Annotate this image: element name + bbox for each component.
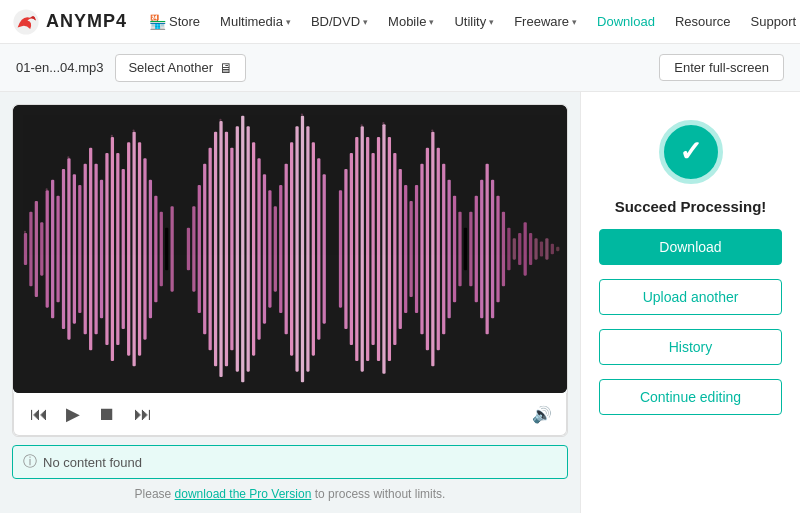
svg-rect-99: [67, 156, 69, 158]
svg-rect-13: [84, 164, 87, 335]
svg-rect-98: [46, 188, 48, 190]
svg-rect-61: [366, 137, 369, 361]
svg-rect-51: [301, 116, 304, 383]
svg-rect-85: [496, 196, 499, 303]
pro-version-link[interactable]: download the Pro Version: [175, 487, 312, 501]
svg-rect-74: [437, 148, 440, 351]
svg-rect-101: [132, 130, 134, 132]
svg-rect-36: [219, 121, 222, 377]
svg-rect-66: [393, 153, 396, 345]
svg-rect-21: [127, 142, 130, 355]
main-content: ⏮ ▶ ⏹ ⏭ 🔊 ⓘ No content found Please down…: [0, 92, 800, 513]
svg-rect-95: [551, 244, 554, 255]
navbar: ANYMP4 🏪 Store Multimedia ▾ BD/DVD ▾ Mob…: [0, 0, 800, 44]
playback-controls: ⏮ ▶ ⏹ ⏭ 🔊: [13, 393, 567, 436]
nav-item-resource[interactable]: Resource: [667, 0, 739, 44]
play-button[interactable]: ▶: [64, 401, 82, 427]
svg-rect-17: [105, 153, 108, 345]
svg-rect-65: [388, 137, 391, 361]
svg-rect-29: [171, 206, 174, 291]
svg-rect-103: [301, 114, 303, 116]
nav-item-support[interactable]: Support: [743, 0, 800, 44]
svg-rect-41: [247, 126, 250, 371]
svg-rect-97: [24, 231, 26, 233]
svg-rect-86: [502, 212, 505, 287]
svg-rect-45: [268, 190, 271, 307]
upload-another-button[interactable]: Upload another: [599, 279, 782, 315]
select-another-button[interactable]: Select Another 🖥: [115, 54, 246, 82]
waveform-wrapper: ⏮ ▶ ⏹ ⏭ 🔊: [12, 104, 568, 437]
nav-item-freeware[interactable]: Freeware ▾: [506, 0, 585, 44]
svg-rect-47: [279, 185, 282, 313]
svg-rect-67: [399, 169, 402, 329]
svg-rect-105: [382, 122, 384, 124]
nav-item-bddvd[interactable]: BD/DVD ▾: [303, 0, 376, 44]
svg-rect-24: [143, 158, 146, 339]
fullscreen-button[interactable]: Enter full-screen: [659, 54, 784, 81]
chevron-down-icon: ▾: [572, 17, 577, 27]
svg-rect-75: [442, 164, 445, 335]
chevron-down-icon: ▾: [489, 17, 494, 27]
svg-rect-26: [154, 196, 157, 303]
toolbar: 01-en...04.mp3 Select Another 🖥 Enter fu…: [0, 44, 800, 92]
svg-rect-19: [116, 153, 119, 345]
nav-item-utility[interactable]: Utility ▾: [446, 0, 502, 44]
svg-rect-44: [263, 174, 266, 323]
svg-rect-14: [89, 148, 92, 351]
pro-note: Please download the Pro Version to proce…: [12, 487, 568, 501]
monitor-icon: 🖥: [219, 60, 233, 76]
nav-item-multimedia[interactable]: Multimedia ▾: [212, 0, 299, 44]
history-button[interactable]: History: [599, 329, 782, 365]
svg-rect-34: [209, 148, 212, 351]
svg-rect-102: [219, 119, 221, 121]
svg-rect-87: [507, 228, 510, 271]
svg-rect-92: [534, 238, 537, 259]
chevron-down-icon: ▾: [286, 17, 291, 27]
svg-rect-48: [285, 164, 288, 335]
fast-forward-button[interactable]: ⏭: [132, 402, 154, 427]
svg-rect-84: [491, 180, 494, 319]
svg-rect-39: [236, 126, 239, 371]
svg-rect-38: [230, 148, 233, 351]
svg-rect-72: [426, 148, 429, 351]
svg-rect-7: [51, 180, 54, 319]
svg-rect-52: [306, 126, 309, 371]
svg-rect-54: [317, 158, 320, 339]
info-icon: ⓘ: [23, 453, 37, 471]
svg-rect-2: [24, 233, 27, 265]
svg-rect-28: [165, 228, 168, 271]
svg-rect-43: [257, 158, 260, 339]
svg-rect-88: [513, 238, 516, 259]
success-message: Succeed Processing!: [615, 198, 767, 215]
brand-logo[interactable]: ANYMP4: [12, 8, 127, 36]
svg-rect-93: [540, 242, 543, 257]
svg-rect-90: [524, 222, 527, 275]
svg-rect-49: [290, 142, 293, 355]
nav-item-download[interactable]: Download: [589, 0, 663, 44]
svg-rect-55: [323, 174, 326, 323]
store-icon: 🏪: [149, 14, 166, 30]
svg-rect-20: [122, 169, 125, 329]
svg-rect-69: [409, 201, 412, 297]
svg-rect-10: [67, 158, 70, 339]
player-area: ⏮ ▶ ⏹ ⏭ 🔊 ⓘ No content found Please down…: [0, 92, 580, 513]
rewind-button[interactable]: ⏮: [28, 402, 50, 427]
svg-rect-30: [187, 228, 190, 271]
svg-rect-22: [132, 132, 135, 367]
svg-rect-76: [448, 180, 451, 319]
svg-rect-58: [350, 153, 353, 345]
svg-rect-40: [241, 116, 244, 383]
nav-item-mobile[interactable]: Mobile ▾: [380, 0, 442, 44]
svg-rect-56: [339, 190, 342, 307]
svg-rect-60: [361, 126, 364, 371]
checkmark-icon: ✓: [679, 138, 702, 166]
svg-rect-82: [480, 180, 483, 319]
svg-rect-53: [312, 142, 315, 355]
download-button[interactable]: Download: [599, 229, 782, 265]
svg-rect-9: [62, 169, 65, 329]
svg-rect-35: [214, 132, 217, 367]
nav-item-store[interactable]: 🏪 Store: [141, 0, 208, 44]
continue-editing-button[interactable]: Continue editing: [599, 379, 782, 415]
svg-rect-6: [46, 190, 49, 307]
stop-button[interactable]: ⏹: [96, 402, 118, 427]
